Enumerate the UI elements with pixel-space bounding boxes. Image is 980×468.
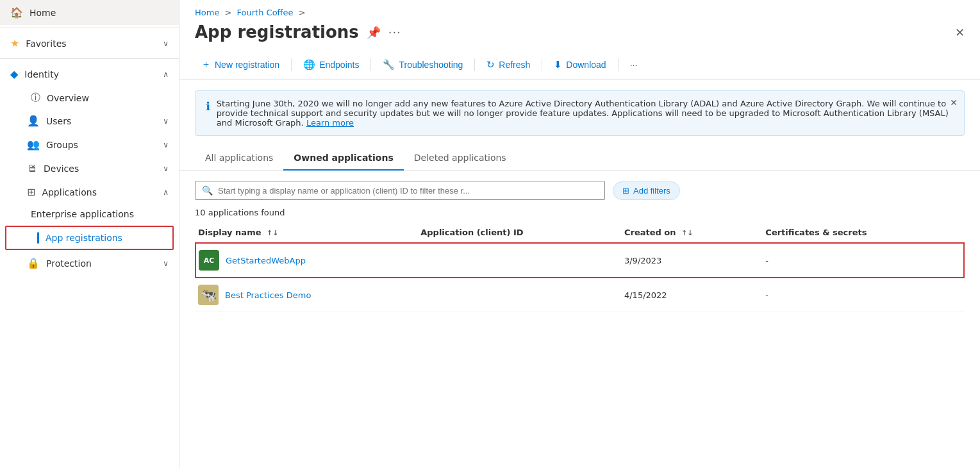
sidebar-overview-label: Overview [47,93,89,103]
download-label: Download [566,60,606,70]
active-bar [37,232,39,244]
app-name-link[interactable]: Best Practices Demo [225,290,311,300]
results-info: 10 applications found [179,205,980,222]
chevron-down-icon: ∨ [163,117,169,126]
tab-deleted-applications[interactable]: Deleted applications [404,146,517,171]
app-name-cell: 🐄 Best Practices Demo [195,278,418,312]
sidebar-item-app-registrations[interactable]: App registrations [5,226,174,250]
close-icon[interactable]: ✕ [955,26,965,39]
sidebar-item-home[interactable]: 🏠 Home [0,0,179,25]
sidebar-identity-label: Identity [24,69,59,79]
col-display-name[interactable]: Display name ↑↓ [195,222,418,243]
more-toolbar-icon: ··· [630,60,638,70]
more-options-icon[interactable]: ··· [388,26,401,39]
troubleshooting-button[interactable]: 🔧 Troubleshooting [376,55,469,74]
download-button[interactable]: ⬇ Download [547,55,612,74]
page-header: App registrations 📌 ··· ✕ [179,20,980,49]
info-banner: ℹ Starting June 30th, 2020 we will no lo… [195,90,965,136]
sidebar-devices-label: Devices [44,163,79,174]
toolbar-separator [474,58,475,71]
breadcrumb-sep1: > [225,8,235,17]
page-title: App registrations [195,22,359,42]
filter-icon: ⊞ [622,186,629,196]
sidebar-item-enterprise-apps[interactable]: Enterprise applications [0,204,179,224]
sort-icon: ↑↓ [267,229,278,237]
col-created-on[interactable]: Created on ↑↓ [622,222,763,243]
breadcrumb-home[interactable]: Home [195,8,219,17]
refresh-icon: ↻ [486,59,495,71]
sidebar-users-label: Users [46,116,71,126]
sidebar-item-applications[interactable]: ⊞ Applications ∧ [0,180,179,204]
sidebar-item-protection[interactable]: 🔒 Protection ∨ [0,251,179,275]
sidebar: 🏠 Home ★ Favorites ∨ ◆ Identity ∧ ⓘ Over… [0,0,179,468]
sidebar-item-identity[interactable]: ◆ Identity ∧ [0,62,179,87]
new-reg-label: New registration [215,60,279,70]
sidebar-protection-label: Protection [46,258,92,269]
users-icon: 👤 [27,115,40,127]
more-toolbar-button[interactable]: ··· [624,56,644,74]
endpoints-label: Endpoints [319,60,359,70]
breadcrumb-sep2: > [299,8,306,17]
toolbar: ＋ New registration 🌐 Endpoints 🔧 Trouble… [179,49,980,80]
pin-icon[interactable]: 📌 [367,26,381,39]
client-id-cell [418,278,622,312]
download-icon: ⬇ [554,59,562,71]
applications-icon: ⊞ [27,186,35,198]
search-box[interactable]: 🔍 [195,181,605,200]
avatar: 🐄 [198,285,219,305]
new-registration-button[interactable]: ＋ New registration [195,54,286,74]
table-row: 🐄 Best Practices Demo 4/15/2022 - [195,278,964,312]
app-name-cell: AC GetStartedWebApp [195,243,418,278]
applications-table: Display name ↑↓ Application (client) ID … [195,222,965,312]
tabs: All applications Owned applications Dele… [179,146,980,171]
created-on-cell: 3/9/2023 [622,243,763,278]
chevron-up-icon: ∧ [163,188,169,197]
groups-icon: 👥 [27,138,40,151]
protection-icon: 🔒 [27,257,40,269]
tab-all-applications[interactable]: All applications [195,146,283,171]
learn-more-link[interactable]: Learn more [306,118,354,128]
col-app-client-id[interactable]: Application (client) ID [418,222,622,243]
endpoints-button[interactable]: 🌐 Endpoints [297,55,365,74]
sort-icon: ↑↓ [681,229,693,237]
results-count: 10 applications found [195,208,285,217]
refresh-button[interactable]: ↻ Refresh [480,55,536,74]
certs-secrets-cell: - [763,278,964,312]
sidebar-item-favorites[interactable]: ★ Favorites ∨ [0,31,179,56]
sidebar-favorites-label: Favorites [26,38,66,49]
banner-text: Starting June 30th, 2020 we will no long… [217,99,954,128]
toolbar-separator [370,58,371,71]
plus-icon: ＋ [201,58,211,71]
toolbar-separator [291,58,292,71]
add-filters-button[interactable]: ⊞ Add filters [613,181,680,200]
client-id-cell [418,243,622,278]
home-icon: 🏠 [10,6,23,19]
refresh-label: Refresh [499,60,530,70]
col-certs-secrets: Certificates & secrets [763,222,964,243]
breadcrumb: Home > Fourth Coffee > [179,0,980,20]
avatar: AC [199,250,219,271]
sidebar-home-label: Home [29,8,56,18]
sidebar-item-overview[interactable]: ⓘ Overview [0,87,179,109]
wrench-icon: 🔧 [383,59,395,71]
chevron-down-icon: ∨ [163,39,169,48]
star-icon: ★ [10,37,19,49]
sidebar-item-devices[interactable]: 🖥 Devices ∨ [0,156,179,180]
main-content: Home > Fourth Coffee > App registrations… [179,0,980,468]
search-input[interactable] [218,186,598,196]
toolbar-separator [542,58,542,71]
app-name-link[interactable]: GetStartedWebApp [226,256,306,265]
close-banner-button[interactable]: ✕ [950,97,958,108]
sidebar-item-users[interactable]: 👤 Users ∨ [0,109,179,133]
sidebar-enterprise-label: Enterprise applications [31,209,134,219]
sidebar-applications-label: Applications [42,187,97,197]
chevron-up-icon: ∧ [163,70,169,79]
sidebar-app-reg-label: App registrations [46,233,122,243]
tab-owned-applications[interactable]: Owned applications [283,146,403,171]
chevron-down-icon: ∨ [163,259,169,268]
sidebar-item-groups[interactable]: 👥 Groups ∨ [0,133,179,156]
search-row: 🔍 ⊞ Add filters [179,171,980,205]
breadcrumb-tenant[interactable]: Fourth Coffee [237,8,294,17]
toolbar-separator [618,58,619,71]
info-icon: ℹ [206,99,210,113]
